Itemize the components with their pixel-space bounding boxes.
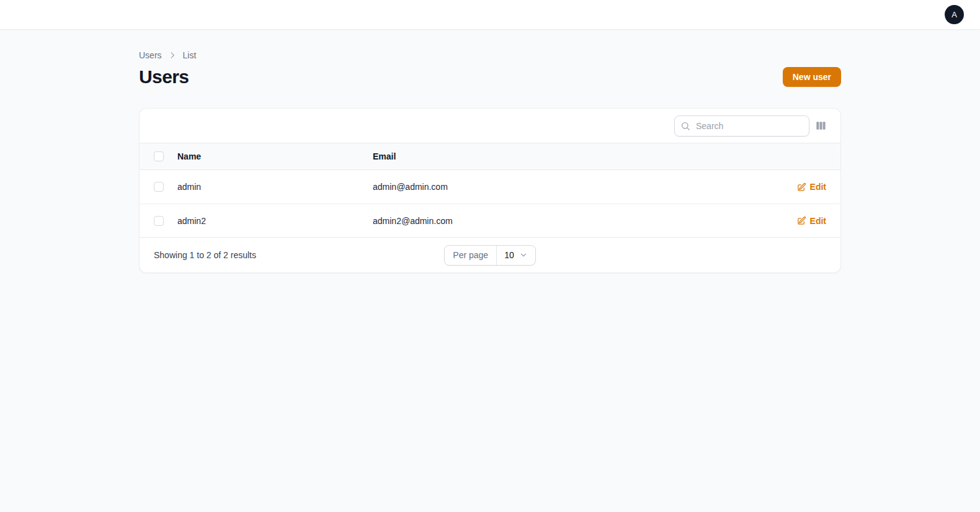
new-user-button[interactable]: New user <box>783 67 841 87</box>
cell-email: admin@admin.com <box>373 182 766 192</box>
edit-button[interactable]: Edit <box>797 216 826 226</box>
page-header: Users New user <box>139 66 841 88</box>
edit-button[interactable]: Edit <box>797 182 826 192</box>
cell-name: admin2 <box>177 216 373 226</box>
table-header-row: Name Email <box>140 143 840 170</box>
breadcrumb: Users List <box>139 50 841 60</box>
avatar[interactable]: A <box>945 5 964 24</box>
table-toolbar <box>140 109 840 143</box>
per-page-select[interactable]: Per page 10 <box>444 245 535 266</box>
search-icon <box>680 121 690 131</box>
per-page-label: Per page <box>445 246 497 265</box>
table-row[interactable]: admin admin@admin.com Edit <box>140 170 840 204</box>
chevron-down-icon <box>519 251 528 259</box>
edit-label: Edit <box>810 216 826 226</box>
column-header-name[interactable]: Name <box>177 151 373 161</box>
chevron-right-icon <box>168 51 177 60</box>
topbar: A <box>0 0 980 30</box>
select-all-checkbox[interactable] <box>154 151 164 161</box>
users-table-card: Name Email admin admin@admin.com Edit <box>139 108 841 273</box>
breadcrumb-users[interactable]: Users <box>139 50 162 60</box>
cell-email: admin2@admin.com <box>373 216 766 226</box>
table-footer: Showing 1 to 2 of 2 results Per page 10 <box>140 237 840 272</box>
column-header-email[interactable]: Email <box>373 151 766 161</box>
view-columns-icon <box>815 120 827 132</box>
avatar-initial: A <box>951 10 957 19</box>
page-title: Users <box>139 66 189 88</box>
search-field <box>674 115 809 137</box>
edit-label: Edit <box>810 182 826 192</box>
pencil-square-icon <box>797 182 806 192</box>
row-checkbox[interactable] <box>154 182 164 192</box>
cell-name: admin <box>177 182 373 192</box>
pencil-square-icon <box>797 216 806 225</box>
results-summary: Showing 1 to 2 of 2 results <box>140 250 444 260</box>
per-page-value: 10 <box>504 250 514 260</box>
toggle-columns-button[interactable] <box>809 115 832 137</box>
main-content: Users List Users New user <box>139 30 841 273</box>
search-input[interactable] <box>674 115 809 137</box>
table-row[interactable]: admin2 admin2@admin.com Edit <box>140 204 840 237</box>
breadcrumb-list: List <box>183 50 197 60</box>
row-checkbox[interactable] <box>154 216 164 226</box>
